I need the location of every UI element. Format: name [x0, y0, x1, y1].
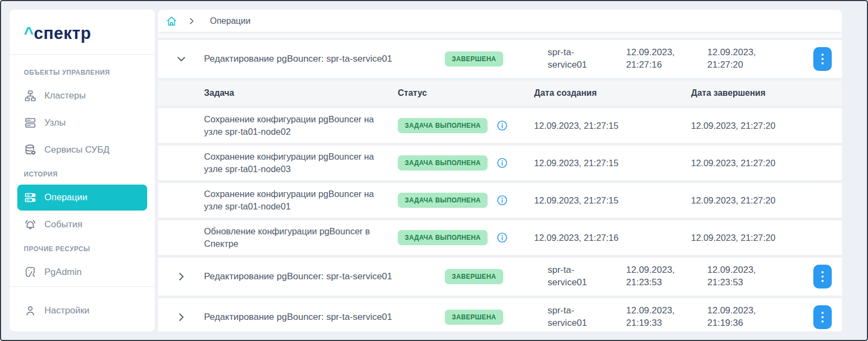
task-created: 12.09.2023, 21:27:16 — [534, 233, 691, 243]
operation-row[interactable]: Редактирование pgBouncer: spr-ta-service… — [158, 298, 842, 331]
chevron-right-icon — [187, 17, 196, 25]
info-icon[interactable] — [496, 120, 508, 132]
breadcrumb: Операции — [158, 10, 842, 32]
sidebar-item-label: PgAdmin — [44, 267, 82, 278]
operation-service: spr-ta-service01 — [548, 305, 602, 330]
sidebar: ^спектр ОБЪЕКТЫ УПРАВЛЕНИЯ Кластеры — [10, 10, 155, 331]
task-title: Сохранение конфигурации pgBouncer на узл… — [204, 150, 398, 175]
sidebar-item-events[interactable]: События — [17, 212, 147, 238]
clusters-icon — [24, 89, 37, 102]
chevron-down-icon[interactable] — [175, 53, 187, 65]
info-icon[interactable] — [496, 157, 508, 169]
operation-finished: 12.09.2023, 21:27:20 — [707, 47, 768, 71]
brand-name: спектр — [34, 24, 91, 43]
task-status-badge: ЗАДАЧА ВЫПОЛНЕНА — [398, 118, 488, 133]
task-row: Обновление конфигурации pgBouncer в Спек… — [158, 220, 842, 255]
operation-row[interactable]: Редактирование pgBouncer: spr-ta-service… — [158, 258, 842, 296]
sidebar-item-clusters[interactable]: Кластеры — [17, 83, 147, 109]
actions-menu-button[interactable] — [813, 265, 832, 288]
operation-created: 12.09.2023, 21:27:16 — [626, 47, 687, 71]
operations-icon — [24, 191, 37, 204]
main-content: Операции Редактирование pgBouncer: spr-t… — [158, 10, 842, 331]
sidebar-item-pgadmin[interactable]: PgAdmin — [17, 259, 147, 285]
operation-created: 12.09.2023, 21:23:53 — [626, 264, 687, 289]
brand-logo: ^спектр — [10, 10, 155, 55]
status-badge: ЗАВЕРШЕНА — [445, 310, 503, 325]
status-badge: ЗАВЕРШЕНА — [445, 51, 503, 67]
pgadmin-elephant-icon — [24, 266, 37, 279]
section-label-history: ИСТОРИЯ — [17, 164, 147, 183]
operation-row[interactable]: Редактирование pgBouncer: spr-ta-service… — [158, 40, 842, 78]
actions-menu-button[interactable] — [813, 305, 832, 329]
chevron-right-icon[interactable] — [175, 271, 187, 283]
actions-menu-button[interactable] — [813, 47, 832, 71]
sidebar-item-settings[interactable]: Настройки — [17, 298, 147, 324]
operation-created: 12.09.2023, 21:19:33 — [626, 305, 687, 330]
operation-service: spr-ta-service01 — [548, 264, 602, 289]
task-finished: 12.09.2023, 21:27:20 — [691, 121, 842, 131]
sidebar-footer: Настройки — [10, 286, 155, 331]
sidebar-item-label: Кластеры — [44, 90, 86, 101]
breadcrumb-current: Операции — [210, 16, 251, 26]
operations-list: Редактирование pgBouncer: spr-ta-service… — [158, 32, 842, 331]
operation-finished: 12.09.2023, 21:19:36 — [707, 305, 768, 330]
brand-caret: ^ — [24, 24, 34, 43]
task-status-badge: ЗАДАЧА ВЫПОЛНЕНА — [398, 230, 488, 245]
bell-icon — [24, 218, 37, 231]
kebab-icon — [821, 54, 824, 56]
operation-title: Редактирование pgBouncer: spr-ta-service… — [204, 271, 445, 282]
task-created: 12.09.2023, 21:27:15 — [534, 121, 691, 131]
task-created: 12.09.2023, 21:27:15 — [534, 158, 691, 168]
task-status-badge: ЗАДАЧА ВЫПОЛНЕНА — [398, 155, 488, 170]
sidebar-item-label: Операции — [44, 192, 88, 203]
column-header-task: Задача — [204, 88, 398, 98]
sidebar-item-label: События — [44, 219, 82, 230]
section-label-objects: ОБЪЕКТЫ УПРАВЛЕНИЯ — [17, 62, 147, 82]
task-title: Обновление конфигурации pgBouncer в Спек… — [204, 225, 398, 250]
column-header-status: Статус — [398, 88, 534, 98]
sidebar-nav: ОБЪЕКТЫ УПРАВЛЕНИЯ Кластеры — [10, 55, 155, 286]
task-status-badge: ЗАДАЧА ВЫПОЛНЕНА — [398, 193, 488, 208]
sidebar-item-label: Сервисы СУБД — [44, 145, 109, 155]
sidebar-item-dbms-services[interactable]: Сервисы СУБД — [17, 137, 147, 163]
operation-title: Редактирование pgBouncer: spr-ta-service… — [204, 54, 445, 64]
task-row: Сохранение конфигурации pgBouncer на узл… — [158, 146, 842, 180]
status-badge: ЗАВЕРШЕНА — [445, 269, 503, 284]
clipped-row — [158, 32, 842, 37]
task-row: Сохранение конфигурации pgBouncer на узл… — [158, 183, 842, 218]
sidebar-item-nodes[interactable]: Узлы — [17, 110, 147, 136]
column-header-finished: Дата завершения — [691, 88, 842, 98]
task-created: 12.09.2023, 21:27:15 — [534, 195, 691, 206]
operation-finished: 12.09.2023, 21:23:53 — [707, 264, 768, 289]
chevron-right-icon[interactable] — [175, 311, 187, 323]
section-label-other-resources: ПРОЧИЕ РЕСУРСЫ — [17, 239, 147, 258]
app-window: ^спектр ОБЪЕКТЫ УПРАВЛЕНИЯ Кластеры — [0, 0, 868, 341]
home-icon[interactable] — [166, 15, 177, 27]
sidebar-item-label: Узлы — [44, 117, 66, 128]
task-row: Сохранение конфигурации pgBouncer на узл… — [158, 108, 842, 143]
nodes-icon — [24, 116, 37, 129]
column-header-created: Дата создания — [534, 88, 691, 98]
sidebar-item-label: Настройки — [44, 305, 89, 316]
task-finished: 12.09.2023, 21:27:20 — [691, 233, 842, 243]
operation-service: spr-ta-service01 — [548, 47, 602, 71]
user-icon — [24, 304, 37, 317]
task-finished: 12.09.2023, 21:27:20 — [691, 158, 842, 168]
task-table-header: Задача Статус Дата создания Дата заверше… — [158, 81, 842, 106]
task-finished: 12.09.2023, 21:27:20 — [691, 195, 842, 206]
info-icon[interactable] — [496, 194, 508, 206]
task-title: Сохранение конфигурации pgBouncer на узл… — [204, 188, 398, 213]
operation-title: Редактирование pgBouncer: spr-ta-service… — [204, 312, 445, 323]
task-title: Сохранение конфигурации pgBouncer на узл… — [204, 113, 398, 138]
info-icon[interactable] — [496, 232, 508, 244]
kebab-icon — [821, 271, 824, 273]
database-gear-icon — [24, 143, 37, 156]
sidebar-item-operations[interactable]: Операции — [17, 185, 147, 211]
kebab-icon — [821, 312, 824, 314]
